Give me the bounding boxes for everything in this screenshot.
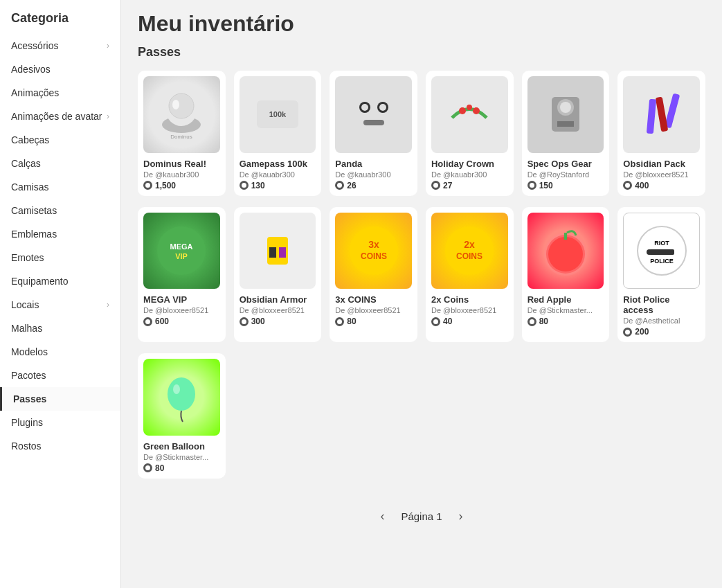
chevron-right-icon: › (107, 112, 109, 121)
item-creator-panda: De @kauabr300 (335, 170, 412, 179)
sidebar-item-camisetas[interactable]: Camisetas (0, 199, 120, 222)
items-grid-row3: Green BalloonDe @Stickmaster...80 (138, 353, 705, 479)
robux-icon (143, 317, 152, 326)
item-card-dominus-real[interactable]: DominusDominus Real!De @kauabr3001,500 (138, 71, 226, 196)
item-name-obsidian-armor: Obsidian Armor (240, 294, 316, 305)
svg-point-29 (350, 226, 398, 275)
sidebar-item-label: Animações de avatar (11, 111, 102, 122)
sidebar-item-adesivos[interactable]: Adesivos (0, 57, 120, 81)
item-name-red-apple: Red Apple (527, 294, 604, 305)
sidebar-item-rostos[interactable]: Rostos (0, 434, 120, 458)
sidebar-item-emblemas[interactable]: Emblemas (0, 222, 120, 246)
item-card-obsidian-pack[interactable]: Obsidian PackDe @bloxxeer8521400 (617, 71, 705, 196)
item-thumbnail-dominus-real: Dominus (143, 76, 220, 153)
item-creator-green-balloon: De @Stickmaster... (143, 453, 220, 461)
svg-text:MEGA: MEGA (170, 242, 193, 251)
item-card-3x-coins[interactable]: 3xCOINS3x COINSDe @bloxxeer852180 (330, 207, 417, 343)
sidebar-item-label: Animações (11, 87, 59, 98)
sidebar-item-plugins[interactable]: Plugins (0, 411, 120, 434)
svg-rect-37 (564, 233, 567, 240)
svg-text:COINS: COINS (456, 251, 482, 261)
item-name-dominus-real: Dominus Real! (143, 159, 220, 169)
item-card-gamepass-100k[interactable]: 100kGamepass 100kDe @kauabr300130 (234, 71, 322, 196)
page-title: Meu inventário (138, 11, 705, 37)
sidebar-item-label: Modelos (11, 346, 48, 357)
sidebar-item-label: Cabeças (11, 134, 49, 145)
item-thumbnail-gamepass-100k: 100k (240, 76, 316, 153)
item-card-riot-police[interactable]: RIOTPOLICERiot Police accessDe @Aestheti… (617, 207, 705, 343)
item-card-2x-coins[interactable]: 2xCOINS2x CoinsDe @bloxxeer852140 (426, 207, 514, 343)
item-thumbnail-spec-ops-gear (527, 76, 604, 153)
sidebar-item-cabecas[interactable]: Cabeças (0, 128, 120, 152)
item-name-panda: Panda (335, 159, 412, 169)
item-card-green-balloon[interactable]: Green BalloonDe @Stickmaster...80 (138, 353, 226, 479)
robux-icon (335, 181, 344, 190)
item-thumbnail-3x-coins: 3xCOINS (335, 213, 412, 289)
robux-icon (623, 181, 632, 190)
next-page-button[interactable]: › (453, 506, 469, 526)
sidebar-item-label: Acessórios (11, 40, 58, 51)
item-card-holiday-crown[interactable]: Holiday CrownDe @kauabr30027 (426, 71, 514, 196)
items-grid-row2: MEGAVIPMEGA VIPDe @bloxxeer8521600Obsidi… (138, 207, 705, 343)
item-thumbnail-2x-coins: 2xCOINS (431, 213, 508, 289)
sidebar-item-acessorios[interactable]: Acessórios› (0, 34, 120, 57)
item-card-mega-vip[interactable]: MEGAVIPMEGA VIPDe @bloxxeer8521600 (138, 207, 226, 343)
sidebar-item-emotes[interactable]: Emotes (0, 246, 120, 269)
chevron-right-icon: › (107, 300, 109, 310)
item-creator-dominus-real: De @kauabr300 (143, 170, 220, 179)
item-thumbnail-riot-police: RIOTPOLICE (623, 213, 700, 289)
sidebar-item-camisas[interactable]: Camisas (0, 175, 120, 199)
svg-rect-22 (646, 99, 656, 134)
item-price-dominus-real: 1,500 (143, 181, 220, 190)
sidebar-item-equipamento[interactable]: Equipamento (0, 269, 120, 293)
item-card-red-apple[interactable]: Red AppleDe @Stickmaster...80 (522, 207, 610, 343)
section-title: Passes (138, 45, 705, 60)
svg-rect-21 (655, 97, 668, 132)
item-thumbnail-red-apple (527, 213, 604, 289)
item-card-panda[interactable]: PandaDe @kauabr30026 (330, 71, 417, 196)
sidebar-item-label: Malhas (11, 323, 42, 334)
sidebar-item-label: Camisas (11, 181, 48, 193)
sidebar-item-passes[interactable]: Passes (0, 387, 120, 411)
sidebar-category-title: Categoria (0, 11, 120, 34)
svg-text:2x: 2x (464, 239, 476, 250)
item-thumbnail-panda (335, 76, 412, 153)
robux-icon (240, 317, 249, 326)
svg-point-3 (172, 100, 179, 109)
sidebar-item-animacoes[interactable]: Animações (0, 81, 120, 105)
item-creator-spec-ops-gear: De @RoyStanford (527, 170, 604, 179)
svg-point-32 (445, 226, 494, 275)
item-price-2x-coins: 40 (431, 317, 508, 326)
item-name-holiday-crown: Holiday Crown (431, 159, 508, 169)
svg-rect-27 (269, 247, 276, 258)
items-grid-row1: DominusDominus Real!De @kauabr3001,50010… (138, 71, 705, 196)
item-thumbnail-obsidian-armor (240, 213, 316, 289)
robux-icon (623, 328, 632, 337)
item-name-gamepass-100k: Gamepass 100k (240, 159, 316, 169)
svg-text:3x: 3x (368, 239, 379, 250)
page-label: Página 1 (401, 510, 442, 522)
robux-icon (335, 317, 344, 326)
svg-point-15 (467, 105, 472, 110)
sidebar-item-animacoes-avatar[interactable]: Animações de avatar› (0, 105, 120, 128)
item-card-spec-ops-gear[interactable]: Spec Ops GearDe @RoyStanford150 (522, 71, 610, 196)
item-creator-red-apple: De @Stickmaster... (527, 306, 604, 314)
item-card-obsidian-armor[interactable]: Obsidian ArmorDe @bloxxeer8521300 (234, 207, 322, 343)
prev-page-button[interactable]: ‹ (374, 506, 390, 526)
sidebar: Categoria Acessórios›AdesivosAnimaçõesAn… (0, 0, 121, 588)
sidebar-item-malhas[interactable]: Malhas (0, 317, 120, 340)
svg-rect-18 (557, 121, 574, 127)
item-creator-3x-coins: De @bloxxeer8521 (335, 306, 412, 314)
sidebar-item-pacotes[interactable]: Pacotes (0, 364, 120, 387)
sidebar-item-modelos[interactable]: Modelos (0, 340, 120, 364)
sidebar-item-locais[interactable]: Locais› (0, 293, 120, 317)
item-price-riot-police: 200 (623, 327, 700, 337)
sidebar-item-label: Emotes (11, 252, 44, 263)
item-name-obsidian-pack: Obsidian Pack (623, 159, 700, 169)
robux-icon (527, 317, 536, 326)
item-creator-2x-coins: De @bloxxeer8521 (431, 306, 508, 314)
sidebar-item-label: Emblemas (11, 229, 57, 240)
sidebar-item-calcas[interactable]: Calças (0, 152, 120, 175)
item-creator-mega-vip: De @bloxxeer8521 (143, 306, 220, 314)
item-name-3x-coins: 3x COINS (335, 294, 412, 305)
